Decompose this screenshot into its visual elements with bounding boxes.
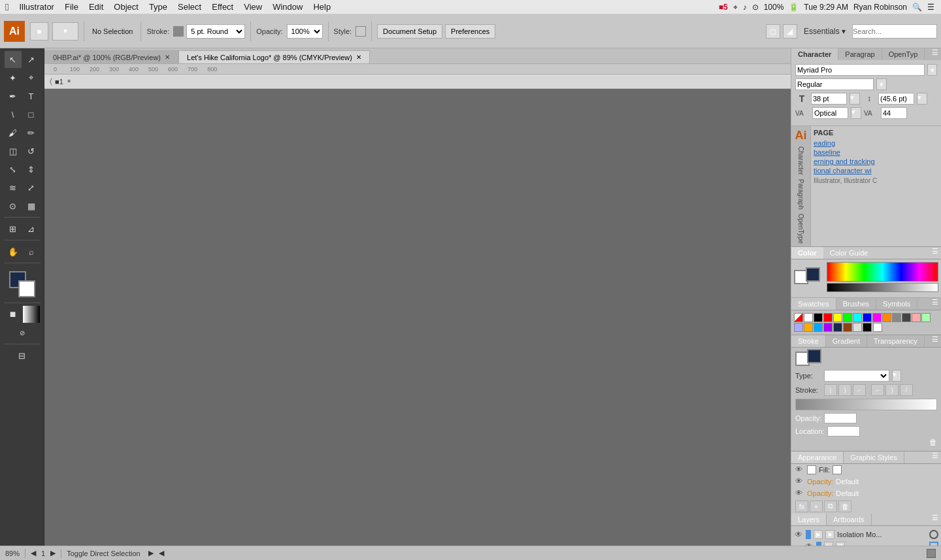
tab-color-guide[interactable]: Color Guide — [823, 247, 875, 259]
type-tool[interactable]: T — [23, 88, 40, 105]
stroke-opacity-input[interactable] — [824, 413, 857, 423]
symbol-spray-tool[interactable]: ⊙ — [5, 197, 22, 214]
direct-selection-tool[interactable]: ↗ — [23, 51, 40, 68]
opacity2-label[interactable]: Opacity: — [807, 489, 833, 497]
tab-character[interactable]: Character — [791, 48, 838, 60]
tab-file2[interactable]: Let's Hike California Logo* @ 89% (CMYK/… — [178, 50, 370, 63]
pencil-tool[interactable]: ✏ — [23, 124, 40, 141]
layer-group-circle[interactable] — [929, 542, 938, 546]
opacity1-eye-icon[interactable]: 👁 — [795, 477, 804, 486]
menu-type[interactable]: Type — [144, 2, 173, 12]
page-link-4[interactable]: tional character wi — [814, 167, 938, 174]
ai-opentype-label[interactable]: OpenType — [797, 214, 804, 244]
leading-dropdown[interactable]: ▾ — [917, 93, 927, 105]
page-link-2[interactable]: baseline — [814, 148, 938, 156]
swatch-amber[interactable] — [804, 323, 813, 332]
swatch-none[interactable] — [794, 313, 803, 322]
tab1-close-icon[interactable]: ✕ — [165, 54, 170, 61]
font-family-input[interactable] — [795, 64, 925, 76]
menu-file[interactable]: File — [59, 2, 84, 12]
stroke-butt-cap[interactable]: | — [824, 384, 837, 396]
hand-tool[interactable]: ✋ — [5, 243, 22, 260]
search-icon[interactable]: 🔍 — [912, 3, 922, 12]
document-setup-button[interactable]: Document Setup — [377, 24, 442, 39]
menu-effect[interactable]: Effect — [206, 2, 239, 12]
zoom-level[interactable]: 89% — [5, 550, 20, 557]
swatches-panel-menu[interactable]: ☰ — [929, 298, 941, 310]
swatch-white[interactable] — [804, 313, 813, 322]
page-link-1[interactable]: eading — [814, 139, 938, 147]
stroke-color[interactable] — [18, 280, 35, 297]
add-new-fill-btn[interactable]: + — [810, 501, 823, 512]
menu-window[interactable]: Window — [267, 2, 308, 12]
tab-symbols[interactable]: Symbols — [876, 298, 917, 310]
play-icon[interactable]: ▶ — [148, 549, 154, 557]
tab-color[interactable]: Color — [791, 247, 823, 259]
width-tool[interactable]: ⇕ — [23, 161, 40, 178]
tab-transparency[interactable]: Transparency — [867, 335, 925, 347]
ai-paragraph-label[interactable]: Paragraph — [797, 179, 804, 210]
layer-group-eye-icon[interactable]: 👁 — [804, 542, 814, 546]
style-swatch[interactable] — [355, 26, 366, 37]
appearance-panel-menu[interactable]: ☰ — [929, 452, 941, 463]
swatch-lightred[interactable] — [912, 313, 921, 322]
scale-tool[interactable]: ⤡ — [5, 161, 22, 178]
column-graph-tool[interactable]: ▦ — [23, 197, 40, 214]
selection-tool[interactable]: ↖ — [5, 51, 22, 68]
tab-gradient[interactable]: Gradient — [826, 335, 867, 347]
menu-object[interactable]: Object — [108, 2, 144, 12]
tracking-input[interactable] — [881, 107, 907, 119]
free-transform-tool[interactable]: ⤢ — [23, 179, 40, 196]
stroke-miter-join[interactable]: ⌐ — [871, 384, 884, 396]
layers-panel-menu[interactable]: ☰ — [929, 514, 941, 525]
tab-layers[interactable]: Layers — [791, 514, 827, 525]
font-style-dropdown[interactable]: ▾ — [876, 78, 887, 90]
tab-brushes[interactable]: Brushes — [836, 298, 876, 310]
transform-icon[interactable]: ◢ — [783, 24, 797, 39]
menu-view[interactable]: View — [239, 2, 267, 12]
mode-selector[interactable]: ■ — [30, 22, 48, 41]
zoom-next-icon[interactable]: ▶ — [50, 549, 56, 557]
swatch-blue[interactable] — [863, 313, 872, 322]
preferences-button[interactable]: Preferences — [445, 24, 495, 39]
swatch-darkgray[interactable] — [902, 313, 911, 322]
stroke-location-input[interactable] — [827, 426, 860, 436]
swatch-green[interactable] — [843, 313, 852, 322]
artboard-tool[interactable]: ⊞ — [5, 220, 22, 237]
fill-eye-icon[interactable]: 👁 — [795, 465, 804, 474]
stroke-fg-swatch[interactable] — [807, 349, 821, 363]
paintbrush-tool[interactable]: 🖌 — [5, 124, 22, 141]
grayscale-strip[interactable] — [827, 283, 938, 292]
tab-artboards[interactable]: Artboards — [827, 514, 872, 525]
swatch-orange[interactable] — [882, 313, 891, 322]
opacity1-label[interactable]: Opacity: — [807, 478, 833, 486]
search-input[interactable] — [852, 24, 937, 39]
font-style-input[interactable] — [795, 78, 874, 90]
stroke-style-select[interactable]: 5 pt. Round — [186, 24, 245, 39]
screen-mode-icon[interactable]: ⊟ — [14, 347, 31, 364]
layer-isolation[interactable]: 👁 ▶ ■ Isolation Mo... — [794, 529, 938, 540]
swatch-magenta[interactable] — [872, 313, 882, 322]
swatch-lightgreen[interactable] — [921, 313, 931, 322]
font-family-dropdown[interactable]: ▾ — [927, 64, 937, 76]
stroke-bevel-join[interactable]: / — [900, 384, 913, 396]
fg-color-swatch[interactable] — [806, 267, 820, 282]
swatch-cyan[interactable] — [853, 313, 862, 322]
warp-tool[interactable]: ≋ — [5, 179, 22, 196]
opacity2-eye-icon[interactable]: 👁 — [795, 489, 804, 498]
gradient-icon[interactable] — [23, 306, 40, 323]
add-new-effect-btn[interactable]: fx — [795, 501, 808, 512]
tab-opentype[interactable]: OpenTyp — [882, 48, 925, 60]
fill-icon[interactable]: ■ — [5, 306, 22, 323]
font-size-dropdown[interactable]: ▾ — [850, 93, 860, 105]
stroke-panel-menu[interactable]: ☰ — [929, 335, 941, 347]
swatch-red[interactable] — [823, 313, 833, 322]
panel-menu-icon[interactable]: ☰ — [929, 48, 941, 60]
fill-swatch[interactable] — [807, 465, 816, 474]
swatch-navy[interactable] — [833, 323, 842, 332]
stroke-color-swatch[interactable] — [173, 26, 184, 37]
menu-icon[interactable]: ☰ — [927, 3, 934, 12]
swatch-black[interactable] — [814, 313, 823, 322]
delete-item-btn[interactable]: 🗑 — [838, 501, 851, 512]
stroke-delete-icon[interactable]: 🗑 — [929, 438, 937, 447]
